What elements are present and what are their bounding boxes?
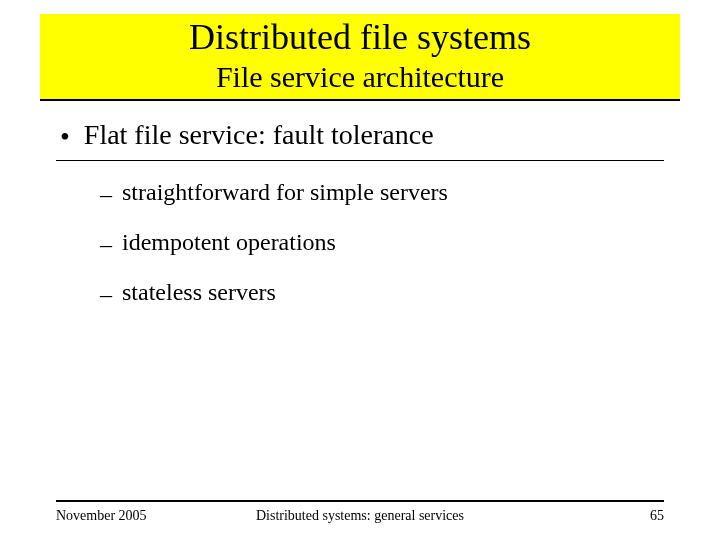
bullet-level1: • Flat file service: fault tolerance xyxy=(56,119,664,161)
bullet-level2: – idempotent operations xyxy=(96,229,664,259)
slide-subtitle: File service architecture xyxy=(40,60,680,93)
bullet-level2: – straightforward for simple servers xyxy=(96,179,664,209)
sub-bullet-text: straightforward for simple servers xyxy=(122,179,448,206)
footer-date: November 2005 xyxy=(56,508,147,524)
footer-rule xyxy=(56,500,664,502)
sub-bullet-text: stateless servers xyxy=(122,279,276,306)
footer-center: Distributed systems: general services xyxy=(56,508,664,524)
sub-bullet-text: idempotent operations xyxy=(122,229,336,256)
bullet-dash-icon: – xyxy=(100,279,112,309)
slide-footer: Distributed systems: general services No… xyxy=(56,500,664,524)
bullet-dot-icon: • xyxy=(60,119,70,154)
bullet-text: Flat file service: fault tolerance xyxy=(84,119,434,151)
slide-header: Distributed file systems File service ar… xyxy=(40,14,680,101)
bullet-level2: – stateless servers xyxy=(96,279,664,309)
bullet-dash-icon: – xyxy=(100,179,112,209)
slide-title: Distributed file systems xyxy=(40,18,680,58)
slide-body: • Flat file service: fault tolerance – s… xyxy=(56,119,664,309)
footer-page-number: 65 xyxy=(650,508,664,524)
bullet-dash-icon: – xyxy=(100,229,112,259)
